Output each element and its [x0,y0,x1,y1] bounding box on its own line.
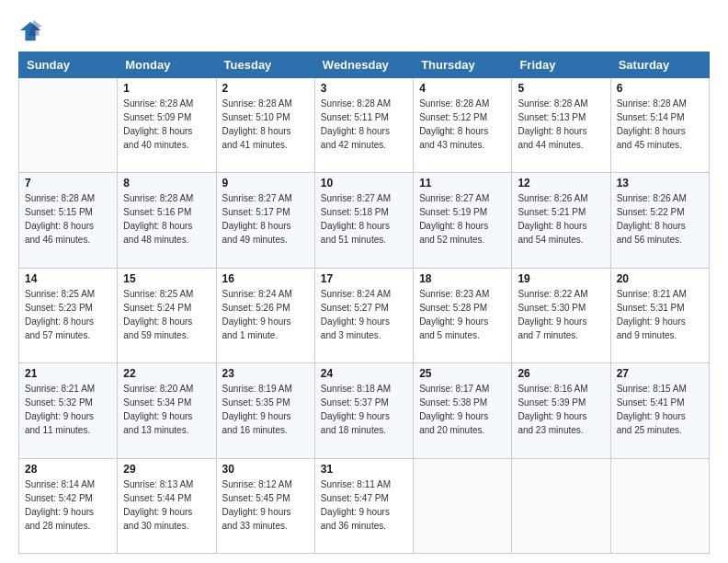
day-cell: 13Sunrise: 8:26 AMSunset: 5:22 PMDayligh… [610,173,709,268]
day-number: 10 [321,177,407,190]
day-detail: Sunrise: 8:14 AMSunset: 5:42 PMDaylight:… [25,477,111,533]
day-number: 23 [222,367,309,380]
day-cell: 25Sunrise: 8:17 AMSunset: 5:38 PMDayligh… [414,363,512,458]
day-detail: Sunrise: 8:23 AMSunset: 5:28 PMDaylight:… [419,287,506,342]
day-detail: Sunrise: 8:28 AMSunset: 5:11 PMDaylight:… [321,97,407,152]
day-detail: Sunrise: 8:11 AMSunset: 5:47 PMDaylight:… [321,477,407,533]
day-cell [610,458,709,553]
day-cell: 7Sunrise: 8:28 AMSunset: 5:15 PMDaylight… [19,173,118,268]
logo [18,18,48,44]
day-detail: Sunrise: 8:28 AMSunset: 5:09 PMDaylight:… [123,97,210,152]
day-detail: Sunrise: 8:28 AMSunset: 5:13 PMDaylight:… [518,97,604,152]
day-detail: Sunrise: 8:18 AMSunset: 5:37 PMDaylight:… [321,382,407,437]
header-day: Wednesday [314,52,413,78]
header-day: Sunday [19,52,118,78]
day-number: 8 [123,177,210,190]
day-cell: 23Sunrise: 8:19 AMSunset: 5:35 PMDayligh… [216,363,314,458]
header-row: SundayMondayTuesdayWednesdayThursdayFrid… [19,52,710,78]
day-cell: 22Sunrise: 8:20 AMSunset: 5:34 PMDayligh… [118,363,216,458]
day-cell: 29Sunrise: 8:13 AMSunset: 5:44 PMDayligh… [118,458,216,553]
day-cell: 14Sunrise: 8:25 AMSunset: 5:23 PMDayligh… [19,268,118,362]
day-cell [414,458,512,553]
day-number: 1 [123,82,210,95]
day-cell: 12Sunrise: 8:26 AMSunset: 5:21 PMDayligh… [512,173,610,268]
day-cell: 16Sunrise: 8:24 AMSunset: 5:26 PMDayligh… [216,268,314,362]
day-cell: 3Sunrise: 8:28 AMSunset: 5:11 PMDaylight… [314,78,413,173]
day-detail: Sunrise: 8:28 AMSunset: 5:16 PMDaylight:… [123,191,210,247]
day-detail: Sunrise: 8:28 AMSunset: 5:12 PMDaylight:… [419,97,506,152]
day-detail: Sunrise: 8:12 AMSunset: 5:45 PMDaylight:… [222,477,309,533]
header-day: Saturday [610,52,709,78]
day-cell: 5Sunrise: 8:28 AMSunset: 5:13 PMDaylight… [512,78,610,173]
week-row: 1Sunrise: 8:28 AMSunset: 5:09 PMDaylight… [19,78,710,173]
day-detail: Sunrise: 8:22 AMSunset: 5:30 PMDaylight:… [518,287,604,342]
day-number: 3 [321,82,407,95]
day-number: 20 [617,272,703,285]
day-number: 16 [222,272,309,285]
day-detail: Sunrise: 8:16 AMSunset: 5:39 PMDaylight:… [518,382,604,437]
day-cell: 11Sunrise: 8:27 AMSunset: 5:19 PMDayligh… [414,173,512,268]
day-cell: 21Sunrise: 8:21 AMSunset: 5:32 PMDayligh… [19,363,118,458]
day-cell [19,78,118,173]
calendar-table: SundayMondayTuesdayWednesdayThursdayFrid… [18,52,710,554]
day-cell: 15Sunrise: 8:25 AMSunset: 5:24 PMDayligh… [118,268,216,362]
day-number: 15 [123,272,210,285]
page: SundayMondayTuesdayWednesdayThursdayFrid… [0,0,728,563]
day-cell: 4Sunrise: 8:28 AMSunset: 5:12 PMDaylight… [414,78,512,173]
day-number: 9 [222,177,309,190]
day-number: 12 [518,177,604,190]
day-detail: Sunrise: 8:20 AMSunset: 5:34 PMDaylight:… [123,382,210,437]
week-row: 28Sunrise: 8:14 AMSunset: 5:42 PMDayligh… [19,458,710,553]
day-number: 18 [419,272,506,285]
day-detail: Sunrise: 8:26 AMSunset: 5:21 PMDaylight:… [518,191,604,247]
day-detail: Sunrise: 8:17 AMSunset: 5:38 PMDaylight:… [419,382,506,437]
day-number: 21 [25,367,111,380]
day-number: 7 [25,177,111,190]
day-cell: 28Sunrise: 8:14 AMSunset: 5:42 PMDayligh… [19,458,118,553]
day-cell: 10Sunrise: 8:27 AMSunset: 5:18 PMDayligh… [314,173,413,268]
day-number: 26 [518,367,604,380]
day-cell: 24Sunrise: 8:18 AMSunset: 5:37 PMDayligh… [314,363,413,458]
day-detail: Sunrise: 8:21 AMSunset: 5:31 PMDaylight:… [617,287,703,342]
header-day: Monday [118,52,216,78]
day-number: 13 [617,177,703,190]
day-detail: Sunrise: 8:27 AMSunset: 5:17 PMDaylight:… [222,191,309,247]
day-detail: Sunrise: 8:25 AMSunset: 5:24 PMDaylight:… [123,287,210,342]
day-number: 28 [25,463,111,476]
day-cell: 6Sunrise: 8:28 AMSunset: 5:14 PMDaylight… [610,78,709,173]
day-detail: Sunrise: 8:28 AMSunset: 5:14 PMDaylight:… [617,97,703,152]
day-cell: 2Sunrise: 8:28 AMSunset: 5:10 PMDaylight… [216,78,314,173]
day-cell: 27Sunrise: 8:15 AMSunset: 5:41 PMDayligh… [610,363,709,458]
day-cell: 17Sunrise: 8:24 AMSunset: 5:27 PMDayligh… [314,268,413,362]
logo-icon [18,18,44,44]
day-cell: 9Sunrise: 8:27 AMSunset: 5:17 PMDaylight… [216,173,314,268]
day-detail: Sunrise: 8:28 AMSunset: 5:15 PMDaylight:… [25,191,111,247]
day-detail: Sunrise: 8:15 AMSunset: 5:41 PMDaylight:… [617,382,703,437]
week-row: 7Sunrise: 8:28 AMSunset: 5:15 PMDaylight… [19,173,710,268]
header-day: Thursday [414,52,512,78]
day-number: 5 [518,82,604,95]
day-cell: 1Sunrise: 8:28 AMSunset: 5:09 PMDaylight… [118,78,216,173]
day-cell [512,458,610,553]
day-number: 31 [321,463,407,476]
day-detail: Sunrise: 8:24 AMSunset: 5:26 PMDaylight:… [222,287,309,342]
day-cell: 31Sunrise: 8:11 AMSunset: 5:47 PMDayligh… [314,458,413,553]
day-detail: Sunrise: 8:21 AMSunset: 5:32 PMDaylight:… [25,382,111,437]
day-number: 17 [321,272,407,285]
day-cell: 18Sunrise: 8:23 AMSunset: 5:28 PMDayligh… [414,268,512,362]
day-number: 22 [123,367,210,380]
day-number: 6 [617,82,703,95]
day-cell: 8Sunrise: 8:28 AMSunset: 5:16 PMDaylight… [118,173,216,268]
day-detail: Sunrise: 8:25 AMSunset: 5:23 PMDaylight:… [25,287,111,342]
header-day: Tuesday [216,52,314,78]
day-detail: Sunrise: 8:27 AMSunset: 5:19 PMDaylight:… [419,191,506,247]
day-cell: 30Sunrise: 8:12 AMSunset: 5:45 PMDayligh… [216,458,314,553]
day-cell: 20Sunrise: 8:21 AMSunset: 5:31 PMDayligh… [610,268,709,362]
day-detail: Sunrise: 8:26 AMSunset: 5:22 PMDaylight:… [617,191,703,247]
week-row: 21Sunrise: 8:21 AMSunset: 5:32 PMDayligh… [19,363,710,458]
day-detail: Sunrise: 8:28 AMSunset: 5:10 PMDaylight:… [222,97,309,152]
day-detail: Sunrise: 8:13 AMSunset: 5:44 PMDaylight:… [123,477,210,533]
day-detail: Sunrise: 8:27 AMSunset: 5:18 PMDaylight:… [321,191,407,247]
day-number: 2 [222,82,309,95]
day-number: 29 [123,463,210,476]
